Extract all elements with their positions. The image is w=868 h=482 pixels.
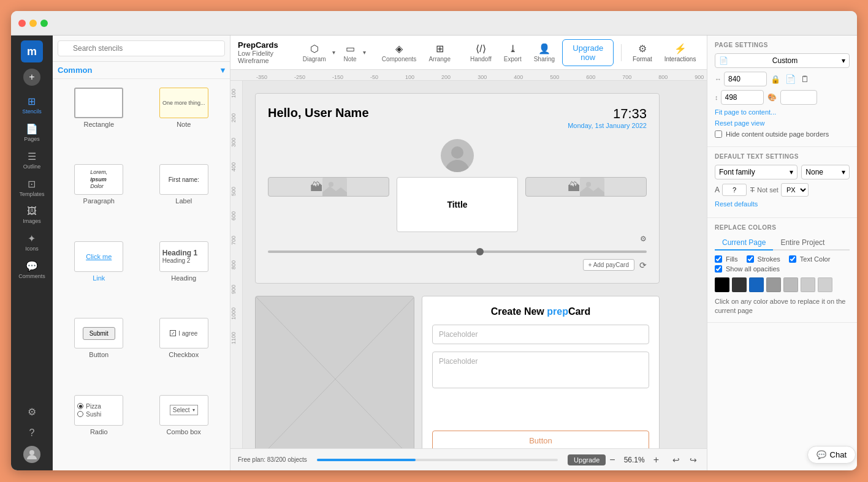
color-swatch-darkgray[interactable]	[732, 277, 747, 292]
help-icon[interactable]: ?	[27, 425, 37, 441]
stencil-item-checkbox[interactable]: ✓ I agree Checkbox	[143, 314, 226, 388]
chevron-down-icon: ▾	[221, 66, 225, 75]
stencils-label: Stencils	[22, 108, 42, 115]
width-input[interactable]	[724, 72, 767, 86]
wf-form-textarea[interactable]: Placeholder	[432, 352, 649, 388]
color-swatch-gray3[interactable]	[801, 277, 815, 292]
pages-icon: 📄	[26, 123, 38, 135]
traffic-lights	[18, 20, 48, 27]
replace-note: Click on any color above to replace it o…	[715, 297, 850, 316]
wf-form-input-1[interactable]: Placeholder	[432, 325, 649, 344]
strokes-checkbox[interactable]	[747, 255, 754, 263]
avatar[interactable]	[23, 446, 40, 463]
stencil-item-link[interactable]: Click me Link	[58, 238, 140, 312]
search-input[interactable]	[58, 40, 225, 56]
note-button[interactable]: ▭ Note	[339, 40, 362, 65]
portrait-icon[interactable]: 📄	[784, 73, 797, 85]
note-dropdown[interactable]: ▾	[362, 47, 367, 58]
sidebar-item-templates[interactable]: ⊡ Templates	[16, 175, 48, 201]
color-swatch-blue[interactable]	[749, 277, 764, 292]
canvas[interactable]: Hello, User Name 17:33 Monday, 1st Janua…	[243, 81, 707, 448]
format-button[interactable]: ⚙ Format	[629, 40, 656, 65]
chat-button[interactable]: 💬 Chat	[807, 446, 856, 464]
arrange-label: Arrange	[428, 56, 451, 62]
sidebar-item-outline[interactable]: ☰ Outline	[16, 147, 48, 173]
tab-entire-project[interactable]: Entire Project	[773, 236, 832, 250]
upgrade-small-button[interactable]: Upgrade	[568, 454, 606, 465]
add-pay-button[interactable]: + Add payCard	[583, 259, 634, 271]
zoom-out-button[interactable]: −	[606, 453, 619, 467]
stencil-label-checkbox: Checkbox	[169, 351, 199, 358]
undo-button[interactable]: ↩	[670, 454, 682, 466]
redo-button[interactable]: ↪	[687, 454, 699, 466]
sharing-button[interactable]: 👤 Sharing	[529, 40, 560, 65]
custom-select[interactable]: 📄 Custom ▾	[715, 53, 850, 68]
color-swatch-gray4[interactable]	[818, 277, 832, 292]
fills-checkbox[interactable]	[715, 255, 722, 263]
handoff-button[interactable]: ⟨/⟩ Handoff	[465, 40, 497, 65]
stencil-label-rectangle: Rectangle	[83, 121, 114, 128]
reset-view-link[interactable]: Reset page view	[715, 119, 764, 127]
refresh-icon[interactable]: ⟳	[639, 260, 647, 270]
lock-icon: 🔒	[771, 75, 780, 84]
add-button[interactable]: +	[23, 69, 40, 86]
zoom-in-button[interactable]: +	[650, 453, 663, 467]
minimize-button[interactable]	[29, 20, 37, 27]
font-size-input[interactable]	[722, 184, 747, 196]
landscape-icon[interactable]: 🗒	[799, 73, 810, 85]
stencil-item-note[interactable]: One more thing... Note	[143, 84, 226, 158]
comments-icon: 💬	[26, 260, 38, 272]
wf-slider-row	[268, 250, 647, 253]
stencil-item-heading[interactable]: Heading 1 Heading 2 Heading	[143, 238, 226, 312]
hide-content-checkbox[interactable]	[715, 130, 722, 138]
wf-time: 17:33	[568, 106, 647, 122]
slider-handle[interactable]	[476, 248, 484, 255]
diagram-button[interactable]: ⬡ Diagram	[298, 40, 331, 65]
color-swatches	[715, 277, 850, 292]
font-unit-select[interactable]: PX	[781, 183, 809, 197]
font-family-select[interactable]: Font family ▾	[715, 165, 798, 179]
pages-label: Pages	[24, 136, 40, 142]
maximize-button[interactable]	[40, 20, 48, 27]
stencil-item-rectangle[interactable]: Rectangle	[58, 84, 140, 158]
components-button[interactable]: ◈ Components	[377, 40, 422, 65]
show-opacities-label: Show all opacities	[726, 265, 780, 273]
right-panel: PAGE SETTINGS 📄 Custom ▾ ↔ 🔒 📄	[707, 36, 857, 470]
sidebar-item-comments[interactable]: 💬 Comments	[16, 257, 48, 283]
color-swatch-gray2[interactable]	[783, 277, 798, 292]
export-button[interactable]: ⤓ Export	[499, 40, 527, 65]
bg-color-input[interactable]	[780, 90, 817, 105]
show-opacities-checkbox[interactable]	[715, 265, 722, 273]
stencil-item-label[interactable]: First name: Label	[143, 160, 226, 235]
text-color-checkbox[interactable]	[789, 255, 796, 263]
settings-icon[interactable]: ⚙	[25, 404, 39, 420]
stencil-item-combobox[interactable]: Select ▾ Combo box	[143, 391, 226, 465]
stencil-item-radio[interactable]: Pizza Sushi Radio	[58, 391, 140, 465]
color-swatch-black[interactable]	[715, 277, 729, 292]
arrange-button[interactable]: ⊞ Arrange	[424, 40, 455, 65]
stencil-item-paragraph[interactable]: Lorem,IpsumDolor Paragraph	[58, 160, 140, 235]
tab-current-page[interactable]: Current Page	[715, 236, 773, 250]
sidebar-item-pages[interactable]: 📄 Pages	[16, 119, 48, 146]
upgrade-button[interactable]: Upgrade now	[562, 39, 614, 66]
note-label: Note	[344, 56, 357, 62]
wf-form-button[interactable]: Button	[432, 431, 649, 448]
diagram-label: Diagram	[303, 56, 326, 62]
fit-page-link[interactable]: Fit page to content...	[715, 108, 776, 116]
color-swatch-gray1[interactable]	[766, 277, 781, 292]
svg-point-1	[451, 146, 463, 159]
diagram-dropdown[interactable]: ▾	[331, 47, 337, 58]
close-button[interactable]	[18, 20, 26, 27]
wf-slider[interactable]	[268, 250, 647, 253]
sharing-label: Sharing	[534, 56, 555, 62]
zoom-controls: − 56.1% +	[606, 453, 663, 467]
stencil-item-button[interactable]: Submit Button	[58, 314, 140, 388]
sidebar-item-icons[interactable]: ✦ Icons	[16, 229, 48, 255]
height-input[interactable]	[721, 90, 764, 105]
sidebar-item-stencils[interactable]: ⊞ Stencils	[16, 92, 48, 118]
templates-label: Templates	[19, 191, 44, 197]
font-style-select[interactable]: None ▾	[801, 165, 850, 179]
sidebar-item-images[interactable]: 🖼 Images	[16, 202, 48, 228]
interactions-button[interactable]: ⚡ Interactions	[661, 40, 700, 65]
reset-defaults-link[interactable]: Reset defaults	[715, 200, 758, 208]
